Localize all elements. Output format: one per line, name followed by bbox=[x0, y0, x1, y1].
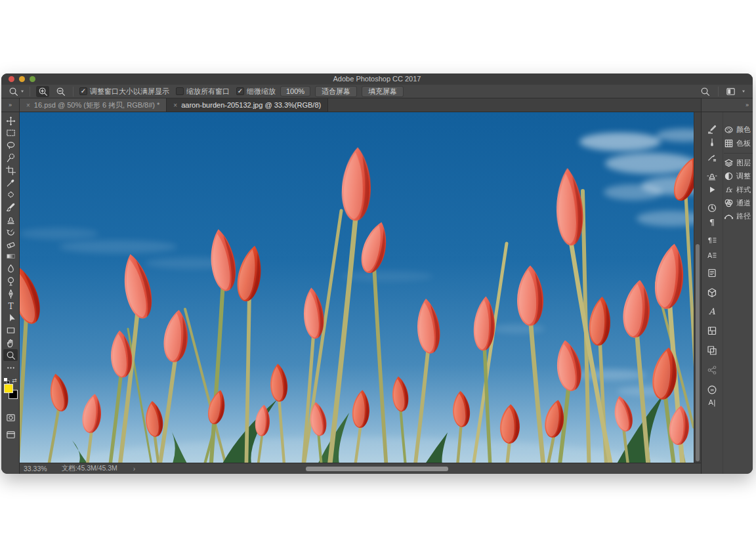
panel-icon-share[interactable] bbox=[702, 364, 723, 377]
panel-tab-layers[interactable]: 图层 bbox=[724, 156, 753, 169]
panel-icon-tool-presets[interactable] bbox=[702, 150, 723, 163]
photoshop-window: Adobe Photoshop CC 2017 ▾ ✓调整窗口大小以满屏显示缩放… bbox=[1, 74, 753, 474]
panel-icon-notes[interactable] bbox=[702, 266, 723, 280]
zoom-option-2: ✓细微缩放 bbox=[236, 87, 276, 96]
document-tab[interactable]: ×aaron-burden-205132.jpg @ 33.3%(RGB/8) bbox=[167, 98, 328, 112]
history-brush-tool[interactable] bbox=[3, 226, 18, 238]
checkbox[interactable]: ✓ bbox=[79, 87, 87, 95]
eyedropper-tool[interactable] bbox=[3, 177, 18, 188]
panel-dock: 颜色色板图层调整样式通道路径 bbox=[701, 112, 753, 474]
panel-label: 路径 bbox=[736, 211, 751, 221]
panel-label: 图层 bbox=[736, 158, 751, 168]
panel-icon-paragraph-styles[interactable] bbox=[702, 234, 723, 247]
edit-toolbar-tool[interactable] bbox=[3, 362, 18, 373]
panel-label: 样式 bbox=[736, 185, 751, 195]
tabbar-spacer bbox=[328, 98, 701, 112]
screen-mode-button[interactable] bbox=[3, 429, 18, 440]
brush-tool[interactable] bbox=[3, 201, 18, 213]
fit-screen-button[interactable]: 适合屏幕 bbox=[315, 86, 357, 97]
search-icon[interactable] bbox=[699, 86, 712, 97]
tulip-photo bbox=[20, 112, 694, 463]
checkbox[interactable]: ✓ bbox=[236, 87, 244, 95]
horizontal-scrollbar-thumb[interactable] bbox=[306, 467, 448, 471]
zoom-option-1: 缩放所有窗口 bbox=[176, 87, 230, 96]
dodge-tool[interactable] bbox=[3, 275, 18, 287]
clone-stamp-tool[interactable] bbox=[3, 213, 18, 225]
document-canvas[interactable] bbox=[20, 112, 694, 463]
status-zoom-level[interactable]: 33.33% bbox=[24, 465, 47, 472]
color-panel-icon bbox=[724, 125, 734, 135]
panel-icon-timeline[interactable] bbox=[702, 201, 723, 215]
panel-tab-swatches[interactable]: 色板 bbox=[724, 136, 753, 150]
workspace-switcher-icon[interactable] bbox=[724, 86, 738, 97]
zoom-percent-field[interactable]: 100% bbox=[280, 86, 310, 96]
panel-tab-color[interactable]: 颜色 bbox=[724, 123, 753, 136]
foreground-color-swatch[interactable] bbox=[4, 384, 13, 393]
status-document-info: 文档:45.3M/45.3M bbox=[62, 464, 117, 473]
move-tool[interactable] bbox=[3, 115, 18, 127]
panel-icon-clone-source[interactable] bbox=[702, 169, 723, 182]
separator bbox=[30, 87, 30, 96]
zoom-tool[interactable] bbox=[3, 349, 18, 361]
zoom-option-0: ✓调整窗口大小以满屏显示 bbox=[79, 87, 169, 96]
fill-screen-button[interactable]: 填充屏幕 bbox=[362, 86, 404, 97]
tab-close-icon[interactable]: × bbox=[173, 102, 177, 109]
type-tool[interactable] bbox=[3, 300, 18, 312]
hand-tool[interactable] bbox=[3, 337, 18, 348]
separator bbox=[718, 87, 719, 96]
layers-panel-icon bbox=[724, 158, 734, 168]
default-colors-icon[interactable] bbox=[4, 378, 10, 384]
panel-icon-brush-presets[interactable] bbox=[702, 136, 723, 150]
blur-tool[interactable] bbox=[3, 263, 18, 275]
document-tabs: ×16.psd @ 50% (矩形 6 拷贝, RGB/8#) *×aaron-… bbox=[20, 98, 328, 112]
lasso-tool[interactable] bbox=[3, 140, 18, 152]
channels-panel-icon bbox=[724, 198, 734, 208]
panel-icon-artboards[interactable] bbox=[702, 344, 723, 357]
panel-tab-channels[interactable]: 通道 bbox=[724, 196, 753, 209]
panel-icon-3d[interactable] bbox=[702, 286, 723, 299]
rectangle-shape-tool[interactable] bbox=[3, 325, 18, 337]
panel-icon-character-styles[interactable] bbox=[702, 249, 723, 262]
panel-icon-character[interactable] bbox=[702, 396, 723, 409]
vertical-scrollbar-thumb[interactable] bbox=[696, 244, 700, 461]
gradient-tool[interactable] bbox=[3, 251, 18, 262]
panel-tab-adjustments[interactable]: 调整 bbox=[724, 169, 753, 182]
panel-collapse-chevron[interactable]: » bbox=[701, 98, 753, 112]
window-title: Adobe Photoshop CC 2017 bbox=[1, 74, 753, 85]
panel-tab-paths[interactable]: 路径 bbox=[724, 209, 753, 222]
panel-label: 颜色 bbox=[736, 125, 751, 135]
tab-title: aaron-burden-205132.jpg @ 33.3%(RGB/8) bbox=[181, 101, 321, 109]
toolbar-expand-chevron[interactable]: » bbox=[1, 98, 20, 112]
current-tool-well[interactable]: ▾ bbox=[7, 86, 24, 97]
pen-tool[interactable] bbox=[3, 287, 18, 299]
zoom-options: ✓调整窗口大小以满屏显示缩放所有窗口✓细微缩放 bbox=[79, 87, 276, 96]
eraser-tool[interactable] bbox=[3, 238, 18, 250]
tab-close-icon[interactable]: × bbox=[26, 102, 30, 109]
zoom-in-button[interactable] bbox=[36, 86, 49, 97]
zoom-tool-icon bbox=[7, 86, 20, 97]
panel-icon-libraries[interactable] bbox=[702, 324, 723, 337]
status-chevron[interactable]: › bbox=[133, 465, 136, 472]
separator bbox=[73, 87, 74, 96]
panel-tab-styles[interactable]: 样式 bbox=[724, 183, 753, 196]
chevron-down-icon: ▾ bbox=[742, 89, 745, 93]
rectangular-marquee-tool[interactable] bbox=[3, 127, 18, 139]
quick-mask-button[interactable] bbox=[3, 411, 18, 423]
adjustments-panel-icon bbox=[724, 171, 734, 181]
crop-tool[interactable] bbox=[3, 164, 18, 176]
panel-icon-creative-cloud[interactable] bbox=[702, 383, 723, 396]
panel-icon-brush-settings[interactable] bbox=[702, 123, 723, 136]
vertical-scrollbar[interactable] bbox=[694, 112, 701, 463]
document-tab[interactable]: ×16.psd @ 50% (矩形 6 拷贝, RGB/8#) * bbox=[20, 98, 167, 112]
panel-icon-actions[interactable] bbox=[702, 183, 723, 196]
checkbox-label: 细微缩放 bbox=[247, 87, 276, 96]
checkbox[interactable] bbox=[176, 87, 184, 95]
zoom-out-button[interactable] bbox=[54, 86, 67, 97]
quick-selection-tool[interactable] bbox=[3, 152, 18, 163]
panel-icon-paragraph[interactable] bbox=[702, 215, 723, 228]
swap-colors-icon[interactable]: ⇄ bbox=[12, 377, 17, 384]
panel-icon-glyphs[interactable] bbox=[702, 304, 723, 318]
path-selection-tool[interactable] bbox=[3, 312, 18, 324]
spot-healing-brush-tool[interactable] bbox=[3, 189, 18, 201]
status-bar: 33.33% 文档:45.3M/45.3M › bbox=[20, 463, 701, 474]
